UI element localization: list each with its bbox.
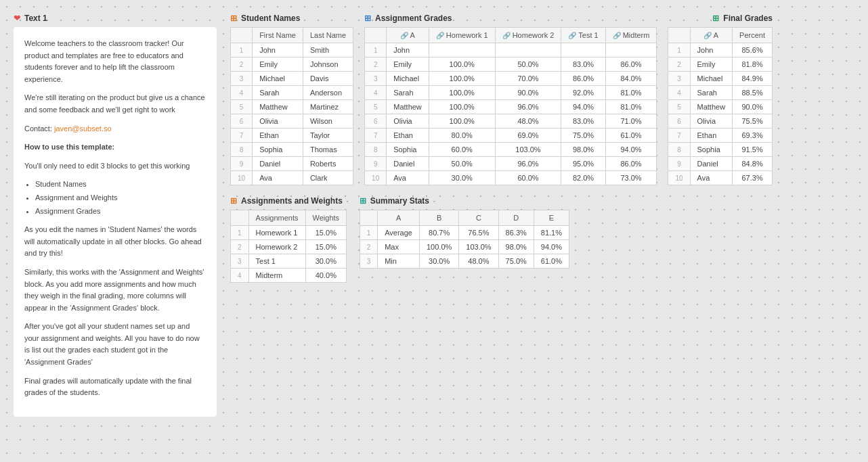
weight-value: 15.0%: [305, 226, 347, 240]
hw1-grade: 100.0%: [429, 57, 495, 72]
first-name: Olivia: [253, 114, 303, 129]
last-name: Wilson: [303, 114, 353, 129]
student-name: Sophia: [690, 143, 733, 157]
first-name: Ava: [253, 171, 303, 185]
hw2-grade: 103.0%: [495, 143, 561, 157]
row-num: 1: [231, 43, 253, 57]
para2: Similarly, this works with the 'Assignme…: [24, 267, 206, 314]
row-num: 4: [231, 86, 253, 100]
sn-col-last: Last Name: [303, 28, 353, 43]
table-row: 10 Ava 67.3%: [668, 171, 773, 185]
stat-b: 100.0%: [419, 240, 458, 254]
table-row: 4 Sarah Anderson: [231, 86, 353, 100]
row-num: 6: [231, 114, 253, 129]
sn-col-first: First Name: [253, 28, 303, 43]
stat-d: 98.0%: [498, 240, 534, 254]
hw1-grade: 100.0%: [429, 114, 495, 129]
first-name: Sarah: [253, 86, 303, 100]
table-row: 3 Michael 84.9%: [668, 72, 773, 86]
table-row: 9 Daniel Roberts: [231, 157, 353, 171]
student-name: Ethan: [690, 129, 733, 143]
stat-d: 86.3%: [498, 226, 534, 240]
assignments-weights-section: ⊞ Assignments and Weights • Assignments …: [230, 196, 349, 283]
aw-col-weights: Weights: [305, 210, 347, 226]
table-row: 7 Ethan 69.3%: [668, 129, 773, 143]
midterm-grade: 61.0%: [605, 129, 657, 143]
percent-grade: 88.5%: [733, 86, 773, 100]
text1-content: Welcome teachers to the classroom tracke…: [14, 27, 217, 417]
midterm-grade: 81.0%: [605, 86, 657, 100]
test1-grade: 98.0%: [561, 143, 605, 157]
bottom-row: ⊞ Assignments and Weights • Assignments …: [230, 196, 854, 283]
hw2-grade: 96.0%: [495, 157, 561, 171]
last-name: Roberts: [303, 157, 353, 171]
row-num: 10: [668, 171, 690, 185]
contact-email[interactable]: javen@subset.so: [54, 124, 112, 133]
text1-label: Text 1: [24, 14, 47, 23]
stat-label: Max: [378, 240, 420, 254]
table-row: 10 Ava 30.0% 60.0% 82.0% 73.0%: [365, 171, 657, 185]
fg-col-a: 🔗 A: [690, 28, 733, 43]
assignment-grades-label: Assignment Grades: [375, 14, 452, 23]
test1-grade: 83.0%: [561, 114, 605, 129]
hw2-grade: [495, 43, 561, 57]
midterm-grade: 94.0%: [605, 143, 657, 157]
percent-grade: 81.8%: [733, 57, 773, 72]
summary-stats-section: ⊞ Summary Stats • A B C D E: [360, 196, 569, 269]
row-num: 7: [365, 129, 387, 143]
student-name: Daniel: [387, 157, 429, 171]
weight-value: 30.0%: [305, 254, 347, 269]
assignment-grades-icon: ⊞: [364, 14, 371, 23]
bullet-list: Student Names Assignment and Weights Ass…: [35, 179, 206, 217]
table-row: 1 Homework 1 15.0%: [231, 226, 347, 240]
contact-label: Contact:: [24, 124, 52, 133]
hw2-grade: 69.0%: [495, 129, 561, 143]
bullet-1: Student Names: [35, 179, 206, 191]
last-name: Martinez: [303, 100, 353, 114]
student-name: Emily: [690, 57, 733, 72]
row-num: 5: [231, 100, 253, 114]
row-num: 3: [365, 72, 387, 86]
row-num: 8: [668, 143, 690, 157]
hw1-grade: 60.0%: [429, 143, 495, 157]
table-row: 2 Emily 81.8%: [668, 57, 773, 72]
student-names-label: Student Names: [241, 14, 300, 23]
assignments-weights-title: ⊞ Assignments and Weights •: [230, 196, 349, 206]
student-name: Sarah: [387, 86, 429, 100]
weight-value: 15.0%: [305, 240, 347, 254]
hw1-grade: 50.0%: [429, 157, 495, 171]
row-num: 7: [231, 129, 253, 143]
stat-b: 30.0%: [419, 254, 458, 269]
student-name: Sarah: [690, 86, 733, 100]
percent-grade: 90.0%: [733, 100, 773, 114]
stat-c: 103.0%: [459, 240, 498, 254]
table-row: 4 Sarah 88.5%: [668, 86, 773, 100]
table-row: 1 John: [365, 43, 657, 57]
test1-grade: 83.0%: [561, 57, 605, 72]
assignments-weights-label: Assignments and Weights: [241, 196, 343, 206]
row-num: 1: [360, 226, 378, 240]
table-row: 4 Sarah 100.0% 90.0% 92.0% 81.0%: [365, 86, 657, 100]
row-num: 9: [365, 157, 387, 171]
table-row: 3 Michael 100.0% 70.0% 86.0% 84.0%: [365, 72, 657, 86]
first-name: Matthew: [253, 100, 303, 114]
row-num: 2: [365, 57, 387, 72]
table-row: 9 Daniel 84.8%: [668, 157, 773, 171]
table-row: 7 Ethan Taylor: [231, 129, 353, 143]
midterm-grade: 73.0%: [605, 171, 657, 185]
heart-icon: ❤: [14, 14, 20, 23]
iteration-para: We're still iterating on the product but…: [24, 92, 206, 116]
summary-expand-dot: •: [433, 198, 435, 204]
test1-grade: 82.0%: [561, 171, 605, 185]
table-row: 6 Olivia 75.5%: [668, 114, 773, 129]
table-row: 8 Sophia Thomas: [231, 143, 353, 157]
student-name: Ava: [690, 171, 733, 185]
row-num: 9: [668, 157, 690, 171]
student-names-section: ⊞ Student Names First Name Last Name 1 J…: [230, 14, 353, 185]
text1-title: ❤ Text 1: [14, 14, 217, 23]
row-num: 2: [360, 240, 378, 254]
hw1-grade: 100.0%: [429, 72, 495, 86]
sn-col-num: [231, 28, 253, 43]
stat-e: 94.0%: [534, 240, 569, 254]
percent-grade: 84.8%: [733, 157, 773, 171]
